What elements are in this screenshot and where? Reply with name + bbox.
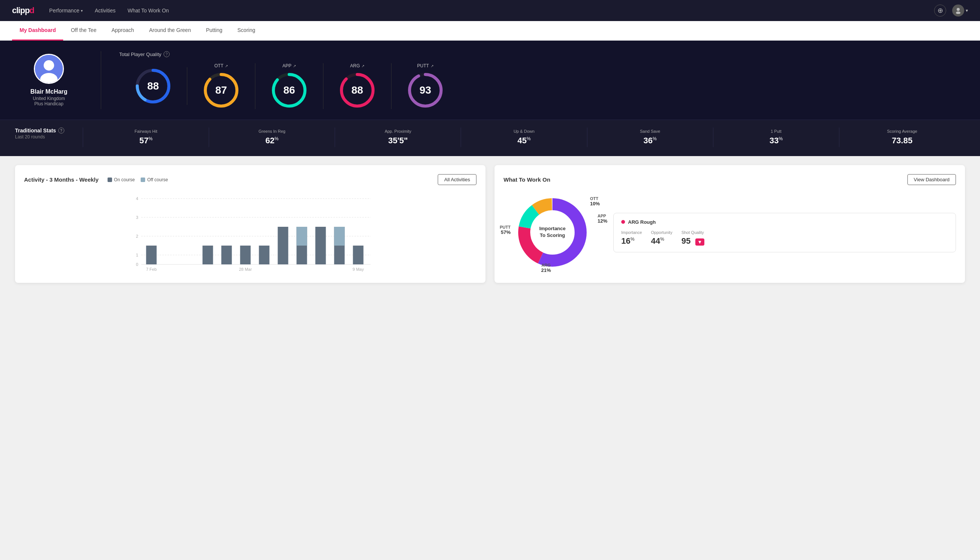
- arg-value: 88: [351, 84, 363, 96]
- putt-label: PUTT ↗: [417, 63, 433, 68]
- shot-quality-metric: Shot Quality 95 ▼: [681, 230, 704, 246]
- app-logo[interactable]: clippd: [12, 6, 34, 15]
- stats-label: Traditional Stats ?: [15, 127, 83, 133]
- stat-fairways-hit: Fairways Hit 57%: [83, 127, 209, 147]
- trend-up-icon: ↗: [293, 64, 296, 68]
- overall-value: 88: [147, 80, 159, 92]
- tab-approach[interactable]: Approach: [104, 21, 141, 41]
- chart-legend: On course Off course: [108, 177, 168, 182]
- importance-value: 16%: [621, 236, 642, 246]
- what-to-work-on-title: What To Work On: [504, 177, 550, 183]
- bar: [203, 246, 213, 264]
- stats-label-section: Traditional Stats ? Last 20 rounds: [15, 127, 83, 140]
- arg-rough-header: ARG Rough: [621, 219, 948, 225]
- what-to-work-on-card: What To Work On View Dashboard Importanc…: [494, 165, 965, 283]
- opportunity-metric: Opportunity 44%: [651, 230, 672, 246]
- ott-value: 87: [215, 84, 227, 96]
- on-course-legend-dot: [108, 178, 112, 182]
- bar: [221, 246, 232, 264]
- bar: [240, 246, 251, 264]
- activity-chart-header: Activity - 3 Months - Weekly On course O…: [24, 174, 476, 185]
- ott-donut-label: OTT 10%: [590, 196, 600, 207]
- stat-one-putt: 1 Putt 33%: [713, 127, 839, 147]
- bar-chart-svg: 4 3 2 1 0: [24, 191, 476, 274]
- bar: [353, 246, 364, 264]
- sand-save-value: 36%: [587, 136, 713, 145]
- shot-quality-value: 95 ▼: [681, 236, 704, 246]
- on-course-legend-label: On course: [114, 177, 135, 182]
- all-activities-button[interactable]: All Activities: [438, 174, 476, 185]
- tab-scoring[interactable]: Scoring: [230, 21, 263, 41]
- quality-app: APP ↗ 86: [255, 63, 323, 109]
- stat-scoring-average: Scoring Average 73.85: [839, 127, 965, 147]
- arg-label: ARG ↗: [350, 63, 364, 68]
- arg-rough-info-card: ARG Rough Importance 16% Opportunity 44%: [613, 213, 956, 252]
- off-course-legend-label: Off course: [147, 177, 168, 182]
- tab-bar: My Dashboard Off the Tee Approach Around…: [0, 21, 980, 41]
- svg-text:To Scoring: To Scoring: [540, 232, 565, 238]
- app-proximity-value: 35'5": [335, 136, 461, 145]
- bar: [334, 227, 345, 246]
- tab-around-the-green[interactable]: Around the Green: [141, 21, 198, 41]
- svg-text:2: 2: [136, 234, 138, 238]
- up-and-down-value: 45%: [461, 136, 587, 145]
- player-country: United Kingdom: [33, 96, 65, 101]
- nav-what-to-work-on[interactable]: What To Work On: [128, 8, 169, 13]
- bar: [259, 246, 270, 264]
- app-value: 86: [283, 84, 295, 96]
- bar: [316, 227, 326, 264]
- svg-text:1: 1: [136, 253, 138, 257]
- svg-text:7 Feb: 7 Feb: [146, 267, 156, 272]
- nav-links: Performance ▾ Activities What To Work On: [49, 8, 169, 13]
- what-to-work-on-header: What To Work On View Dashboard: [504, 174, 956, 185]
- stat-greens-in-reg: Greens In Reg 62%: [209, 127, 335, 147]
- scoring-average-value: 73.85: [839, 136, 965, 145]
- stats-sub-label: Last 20 rounds: [15, 134, 83, 140]
- arg-rough-title: ARG Rough: [628, 219, 656, 225]
- help-icon[interactable]: ?: [58, 127, 64, 133]
- shot-quality-badge: ▼: [695, 238, 705, 246]
- svg-point-1: [956, 12, 960, 14]
- trend-up-icon: ↗: [361, 64, 364, 68]
- quality-overall: 88: [119, 67, 187, 105]
- bar: [297, 227, 307, 246]
- nav-activities[interactable]: Activities: [95, 8, 115, 13]
- stat-sand-save: Sand Save 36%: [587, 127, 713, 147]
- divider: [101, 51, 101, 109]
- logo-text: clipp: [12, 6, 29, 15]
- opportunity-value: 44%: [651, 236, 672, 246]
- user-menu[interactable]: ▾: [952, 5, 968, 17]
- tab-off-the-tee[interactable]: Off the Tee: [63, 21, 104, 41]
- help-icon[interactable]: ?: [163, 51, 170, 57]
- donut-container: Importance To Scoring PUTT 57% ARG 21% A…: [504, 191, 601, 274]
- ott-gauge: 87: [202, 72, 240, 109]
- quality-putt: PUTT ↗ 93: [391, 63, 459, 109]
- quality-ott: OTT ↗ 87: [187, 63, 255, 109]
- add-button[interactable]: ⊕: [934, 5, 946, 17]
- trend-up-icon: ↗: [225, 64, 228, 68]
- fairways-hit-value: 57%: [83, 136, 209, 145]
- player-info: Blair McHarg United Kingdom Plus Handica…: [15, 54, 83, 107]
- bar: [278, 227, 288, 264]
- avatar-icon: [952, 5, 964, 17]
- svg-text:4: 4: [136, 196, 138, 201]
- stats-bar: Traditional Stats ? Last 20 rounds Fairw…: [0, 120, 980, 156]
- arg-rough-metrics: Importance 16% Opportunity 44% Shot Qual…: [621, 230, 948, 246]
- tab-my-dashboard[interactable]: My Dashboard: [12, 21, 63, 41]
- stats-items: Fairways Hit 57% Greens In Reg 62% App. …: [83, 127, 965, 147]
- trend-up-icon: ↗: [431, 64, 434, 68]
- one-putt-value: 33%: [714, 136, 839, 145]
- hero-section: Blair McHarg United Kingdom Plus Handica…: [0, 41, 980, 120]
- nav-performance[interactable]: Performance ▾: [49, 8, 83, 13]
- quality-label: Total Player Quality ?: [119, 51, 965, 57]
- bar-chart-area: 4 3 2 1 0: [24, 191, 476, 274]
- svg-text:28 Mar: 28 Mar: [239, 267, 252, 272]
- svg-text:0: 0: [136, 262, 138, 267]
- avatar: [34, 54, 64, 84]
- putt-donut-label: PUTT 57%: [500, 225, 511, 235]
- view-dashboard-button[interactable]: View Dashboard: [907, 174, 956, 185]
- app-label: APP ↗: [283, 63, 296, 68]
- app-gauge: 86: [270, 72, 308, 109]
- arg-donut-label: ARG 21%: [541, 263, 551, 273]
- tab-putting[interactable]: Putting: [198, 21, 230, 41]
